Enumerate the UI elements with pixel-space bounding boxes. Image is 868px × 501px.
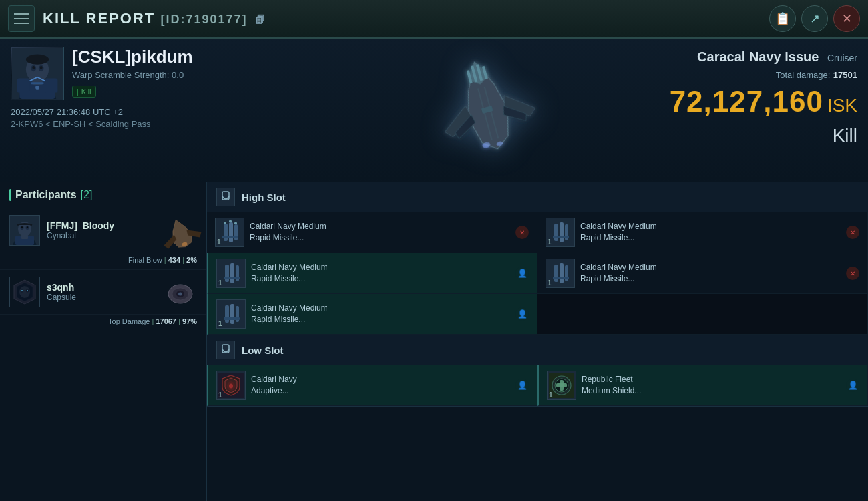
title-bar: KILL REPORT [ID:7190177] 🗐 📋 ↗ ✕ — [0, 0, 868, 39]
fit-item-hs4[interactable]: 1 Caldari Navy MediumRapid Missile... ✕ — [537, 253, 868, 294]
fit-item-hs3[interactable]: 1 Caldari Navy MediumRapid Missile... 👤 — [207, 253, 537, 294]
svg-rect-68 — [553, 277, 569, 279]
fit-item-hs5[interactable]: 1 Caldari Navy MediumRapid Missile... 👤 — [207, 294, 537, 335]
participant-portrait-s3qnh — [10, 277, 39, 307]
low-slot-title: Low Slot — [242, 345, 284, 356]
ship-svg — [414, 47, 561, 174]
fit-item-badge-ls2: 👤 — [846, 379, 859, 392]
high-slot-header: High Slot — [207, 182, 868, 212]
fit-item-name-hs1: Caldari Navy MediumRapid Missile... — [250, 221, 510, 244]
fit-item-icon-hs5: 1 — [216, 299, 246, 329]
event-location: 2-KPW6 < ENP-SH < Scalding Pass — [11, 119, 331, 129]
fit-item-name-ls1: Caldari NavyAdaptive... — [251, 374, 510, 397]
participants-count: [2] — [81, 189, 93, 201]
svg-rect-55 — [554, 224, 558, 241]
fit-item-name-hs2: Caldari Navy MediumRapid Missile... — [580, 221, 841, 244]
pilot-details: [CSKL]pikdum Warp Scramble Strength: 0.0… — [72, 47, 331, 98]
pilot-info: [CSKL]pikdum Warp Scramble Strength: 0.0… — [11, 47, 331, 174]
participant-ship-img-bloody — [157, 216, 197, 245]
shield-sword-icon — [220, 191, 232, 203]
fit-item-icon-ls1: 1 — [216, 371, 246, 400]
isk-label: ISK — [827, 95, 857, 116]
high-slot-section: High Slot — [207, 182, 868, 335]
pilot-portrait-svg — [12, 48, 63, 99]
title-label: KILL REPORT — [43, 10, 155, 27]
low-slot-section: Low Slot 1 — [207, 335, 868, 407]
fit-item-icon-hs4: 1 — [546, 259, 575, 288]
event-date: 2022/05/27 21:36:48 UTC +2 — [11, 107, 331, 117]
participant-stats-bloody: Final Blow | 434 | 2% — [0, 253, 206, 270]
close-icon: ✕ — [842, 11, 852, 26]
svg-point-30 — [21, 226, 23, 228]
svg-rect-56 — [560, 222, 564, 242]
ship-display — [331, 47, 644, 174]
participant-avatar-s3qnh — [9, 277, 40, 307]
fit-item-ls2[interactable]: 1 Republic FleetMedium Shield... 👤 — [537, 365, 868, 406]
fit-item-badge-hs4: ✕ — [846, 267, 859, 280]
pilot-name: [CSKL]pikdum — [72, 47, 331, 67]
capsule-svg — [157, 277, 204, 311]
participant-ship-img-s3qnh — [157, 277, 197, 307]
participant-text-s3qnh: s3qnh Capsule — [47, 282, 150, 302]
fit-item-ls1[interactable]: 1 Caldari NavyAdaptive... 👤 — [207, 365, 537, 406]
fit-item-badge-hs2: ✕ — [846, 226, 859, 239]
participant-stats-s3qnh: Top Damage | 17067 | 97% — [0, 315, 206, 331]
total-damage-label: Total damage: — [776, 70, 831, 80]
export-icon: ↗ — [810, 11, 820, 26]
total-damage-value: 17501 — [833, 70, 857, 80]
copy-icon[interactable]: 🗐 — [256, 15, 266, 25]
svg-point-36 — [19, 286, 30, 298]
svg-rect-50 — [222, 236, 238, 238]
fit-item-name-hs4: Caldari Navy MediumRapid Missile... — [580, 262, 841, 285]
svg-rect-63 — [224, 277, 240, 279]
svg-point-39 — [21, 290, 23, 291]
kill-info-right: Caracal Navy Issue Cruiser Total damage:… — [644, 47, 857, 174]
close-button[interactable]: ✕ — [833, 5, 860, 32]
header-section: [CSKL]pikdum Warp Scramble Strength: 0.0… — [0, 39, 868, 182]
svg-point-13 — [35, 86, 39, 90]
participants-header: Participants [2] — [0, 182, 206, 208]
fit-item-name-hs3: Caldari Navy MediumRapid Missile... — [251, 262, 510, 285]
fit-item-hs6-empty — [537, 294, 868, 335]
svg-rect-65 — [554, 265, 558, 282]
svg-point-44 — [178, 293, 182, 296]
participant-portrait-bloody — [10, 216, 39, 245]
participants-bar-decoration — [9, 189, 11, 201]
svg-point-10 — [40, 66, 43, 69]
participant-item[interactable]: [FFMJ]_Bloody_ Cynabal — [0, 208, 206, 253]
fit-item-icon-ls2: 1 — [547, 371, 576, 400]
low-slot-header: Low Slot — [207, 335, 868, 365]
high-slot-grid: 1 Caldari Navy MediumRapid Missile... ✕ — [207, 212, 868, 335]
high-slot-title: High Slot — [242, 192, 286, 203]
svg-rect-58 — [553, 236, 569, 238]
damage-row: Total damage: 17501 — [776, 69, 857, 81]
participant-ship-s3qnh: Capsule — [47, 293, 150, 302]
event-info: 2022/05/27 21:36:48 UTC +2 2-KPW6 < ENP-… — [11, 107, 331, 129]
menu-button[interactable] — [8, 5, 35, 32]
export-button[interactable]: ↗ — [801, 5, 828, 32]
fit-item-hs1[interactable]: 1 Caldari Navy MediumRapid Missile... ✕ — [207, 212, 537, 253]
fit-panel: High Slot — [207, 182, 868, 501]
svg-rect-70 — [225, 305, 229, 323]
fit-item-badge-hs3: 👤 — [515, 267, 529, 280]
participant-item-s3qnh[interactable]: s3qnh Capsule — [0, 270, 206, 315]
fit-item-hs2[interactable]: 1 Caldari Navy MediumRapid Missile... ✕ — [537, 212, 868, 253]
svg-rect-66 — [560, 263, 564, 283]
svg-rect-61 — [230, 263, 234, 283]
svg-point-77 — [229, 384, 233, 389]
svg-point-40 — [27, 290, 28, 291]
svg-rect-73 — [224, 317, 240, 320]
svg-rect-3 — [17, 79, 30, 93]
ship-name-row: Caracal Navy Issue Cruiser — [697, 49, 857, 65]
svg-rect-48 — [229, 222, 233, 242]
svg-rect-47 — [224, 224, 228, 241]
lower-section: Participants [2] [FFM — [0, 182, 868, 501]
svg-rect-45 — [222, 192, 229, 200]
participants-panel: Participants [2] [FFM — [0, 182, 207, 501]
isk-row: 72,127,160 ISK — [670, 81, 857, 118]
svg-point-31 — [27, 226, 28, 228]
svg-rect-52 — [229, 220, 232, 222]
ship-name: Caracal Navy Issue — [697, 49, 819, 64]
svg-point-9 — [32, 66, 35, 69]
clipboard-button[interactable]: 📋 — [769, 5, 796, 32]
